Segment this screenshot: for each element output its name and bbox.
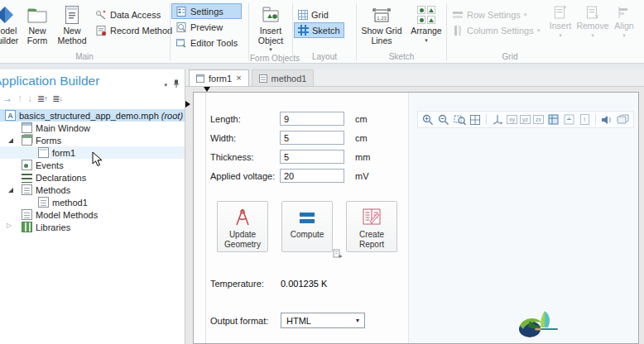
output-format-label: Output format: — [210, 316, 281, 326]
ribbon-separator — [170, 3, 171, 60]
environment-icon[interactable] — [616, 113, 629, 127]
grid-button[interactable]: Grid — [294, 7, 344, 22]
expanded-caret-icon[interactable] — [8, 188, 13, 193]
show-grid-lines-button[interactable]: 1.23 Show Grid Lines — [358, 2, 405, 48]
field-row-thickness: Thickness: mm — [210, 150, 370, 164]
default-view-icon[interactable] — [491, 113, 504, 127]
form-icon — [38, 147, 49, 158]
preview-button[interactable]: Preview — [171, 19, 242, 35]
view-yz-icon[interactable]: yz — [520, 115, 531, 124]
tree-item-root[interactable]: basics_structured_app_demo.mph(root) — [0, 109, 185, 122]
update-geometry-button[interactable]: Update Geometry — [217, 201, 268, 252]
form-editor-canvas[interactable]: Length: cm Width: cm Thickness: m — [185, 87, 644, 344]
group-label-main: Main — [0, 52, 169, 63]
tab-method1[interactable]: method1 — [252, 69, 315, 86]
record-method-button[interactable]: Record Method — [91, 22, 176, 38]
compute-equals-icon — [300, 213, 315, 223]
ribbon-separator — [446, 3, 447, 60]
model-builder-icon — [0, 3, 15, 26]
applied-voltage-input[interactable] — [280, 169, 344, 183]
row-settings-icon — [452, 9, 464, 21]
pin-icon[interactable] — [173, 77, 180, 92]
zoom-out-icon[interactable] — [437, 113, 450, 127]
thickness-input[interactable] — [280, 150, 344, 164]
create-report-icon — [361, 205, 382, 230]
arrange-icon — [417, 6, 435, 24]
zoom-in-icon[interactable] — [421, 113, 435, 127]
editor-tools-button[interactable]: Editor Tools — [171, 35, 242, 50]
create-report-button[interactable]: Create Report — [346, 201, 397, 252]
new-form-button[interactable]: New Form — [22, 2, 53, 48]
tree-item-declarations[interactable]: Declarations — [0, 171, 185, 184]
editor-area: form1 × method1 Length: — [185, 69, 644, 344]
output-format-select[interactable]: HTML ▼ — [281, 313, 365, 328]
tree-item-model-methods[interactable]: Model Methods — [0, 208, 185, 221]
arrange-button[interactable]: Arrange ▾ — [408, 2, 445, 45]
model-builder-button[interactable]: Model Builder — [0, 2, 22, 48]
chevron-down-icon[interactable]: ▼ — [351, 318, 364, 323]
insert-object-button[interactable]: Insert Object▾ — [252, 2, 290, 54]
collapsed-caret-icon[interactable]: ▷ — [7, 222, 12, 229]
zoom-box-icon[interactable] — [453, 113, 466, 127]
tree-item-method1[interactable]: method1 — [0, 196, 185, 208]
ribbon-group-settings: Settings Preview Editor Tools — [171, 0, 248, 63]
insert-object-icon — [260, 3, 281, 26]
method-icon — [38, 197, 49, 208]
group-label-layout: Layout — [294, 52, 355, 63]
show-grid-lines-icon: 1.23 — [372, 3, 392, 26]
move-up-icon[interactable]: ↑ — [17, 93, 22, 104]
group-label-grid: Grid — [448, 52, 644, 63]
new-method-button[interactable]: New Method — [53, 2, 91, 48]
toolbar-separator — [595, 114, 596, 125]
length-input[interactable] — [280, 112, 344, 126]
scene-settings-icon[interactable] — [578, 113, 591, 127]
svg-text:1.23: 1.23 — [377, 16, 387, 21]
tree-item-methods[interactable]: Methods — [0, 184, 185, 196]
data-access-icon — [95, 9, 107, 21]
expanded-caret-icon[interactable] — [8, 138, 13, 143]
sketch-button[interactable]: Sketch — [294, 22, 344, 38]
move-down-icon[interactable]: ↓ — [27, 93, 32, 104]
form-design-surface[interactable]: Length: cm Width: cm Thickness: m — [193, 92, 639, 344]
application-builder-panel: Application Builder ▾ → ↑ ↓ ≣↑ ≣↓ basics… — [0, 69, 185, 344]
projection-icon[interactable] — [562, 113, 575, 127]
panel-menu-caret-icon[interactable]: ▾ — [164, 82, 167, 88]
expand-all-icon[interactable]: ≣↓ — [52, 93, 62, 104]
form-action-buttons: Update Geometry Compute Create Report — [217, 201, 397, 252]
group-label-sketch: Sketch — [358, 52, 445, 63]
go-forward-icon[interactable]: → — [2, 93, 12, 104]
field-label: Width: — [210, 133, 280, 143]
close-tab-icon[interactable]: × — [236, 74, 241, 83]
drag-indicator-icon — [332, 248, 343, 263]
width-input[interactable] — [280, 131, 344, 145]
column-settings-icon — [452, 25, 464, 36]
field-row-applied-voltage: Applied voltage: mV — [210, 169, 370, 183]
tab-form1[interactable]: form1 × — [189, 69, 249, 86]
field-label: Thickness: — [210, 152, 280, 162]
data-access-button[interactable]: Data Access — [91, 7, 176, 22]
settings-button[interactable]: Settings — [171, 3, 242, 19]
tree-item-main-window[interactable]: Main Window — [0, 122, 185, 134]
grid-icon — [298, 10, 308, 20]
sound-icon[interactable] — [600, 113, 613, 127]
methods-icon — [22, 184, 32, 195]
view-zx-icon[interactable]: zx — [533, 115, 544, 124]
temperature-row: Temperature: 0.001235 K — [210, 279, 327, 289]
tree-item-forms[interactable]: Forms — [0, 134, 185, 146]
new-form-icon — [26, 3, 48, 26]
insert-button: Insert ▾ — [545, 2, 575, 40]
grid-view-icon[interactable] — [546, 113, 560, 127]
zoom-extents-icon[interactable] — [469, 113, 482, 127]
view-xy-icon[interactable]: xy — [507, 115, 517, 124]
toolbar-separator — [486, 114, 487, 125]
collapse-all-icon[interactable]: ≣↑ — [37, 93, 47, 104]
group-label-form-objects: Form Objects — [250, 54, 291, 64]
ribbon-group-layout: Grid Sketch Layout — [294, 0, 355, 63]
graphics-area[interactable]: xy yz zx — [408, 93, 638, 343]
field-label: Length: — [210, 114, 280, 124]
ribbon: Model Builder New Form New Method — [0, 0, 644, 64]
tree-item-libraries[interactable]: ▷ Libraries — [0, 221, 185, 233]
record-method-icon — [95, 25, 107, 36]
compute-button[interactable]: Compute — [281, 201, 333, 252]
events-icon — [22, 160, 32, 170]
